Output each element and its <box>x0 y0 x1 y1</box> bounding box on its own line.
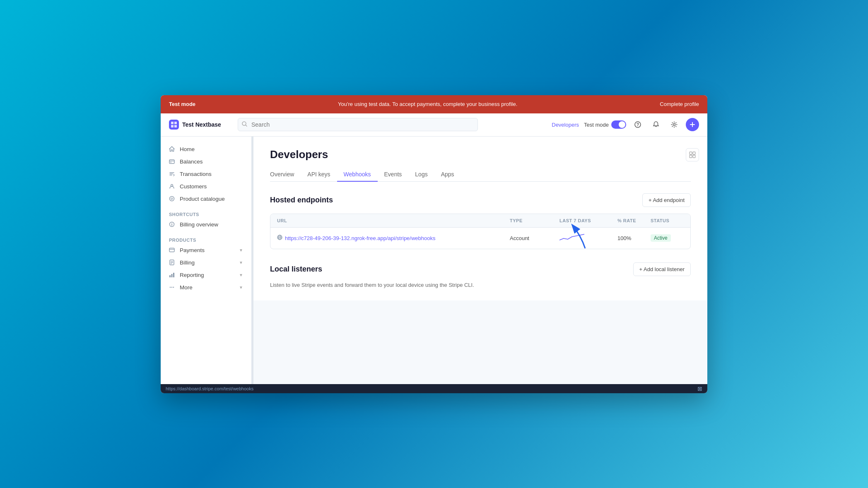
main-content: Developers Overview API keys Webhooks Ev… <box>253 137 707 301</box>
svg-point-29 <box>170 286 171 287</box>
svg-point-15 <box>170 196 174 201</box>
globe-icon <box>277 235 282 241</box>
sidebar-item-product-catalogue[interactable]: Product catalogue <box>161 193 251 205</box>
tab-logs[interactable]: Logs <box>408 168 434 182</box>
table-row[interactable]: https://c728-49-206-39-132.ngrok-free.ap… <box>270 228 690 249</box>
endpoint-type: Account <box>510 235 559 241</box>
sidebar-item-reporting[interactable]: Reporting ▼ <box>161 269 251 281</box>
topbar-right: Developers Test mode ? <box>552 118 699 131</box>
search-input[interactable] <box>238 118 478 131</box>
main-layout: Home Balances <box>161 137 707 384</box>
app-logo[interactable]: Test Nextbase <box>169 120 231 130</box>
sidebar-item-billing-overview[interactable]: Billing overview <box>161 219 251 231</box>
table-header: URL TYPE LAST 7 DAYS % RATE STATUS <box>270 214 690 228</box>
test-mode-label: Test mode <box>169 101 195 107</box>
status-badge: Active <box>651 234 671 242</box>
test-mode-toggle-group: Test mode <box>584 120 626 129</box>
sidebar-item-balances[interactable]: Balances <box>161 156 251 168</box>
col-last7days: LAST 7 DAYS <box>559 218 617 223</box>
sidebar-item-balances-label: Balances <box>180 159 203 165</box>
tab-webhooks[interactable]: Webhooks <box>337 168 378 182</box>
payments-icon <box>169 247 176 254</box>
sidebar-shortcuts-section: Shortcuts Billing overview <box>161 209 251 231</box>
tab-events[interactable]: Events <box>378 168 409 182</box>
developers-nav-link[interactable]: Developers <box>552 122 579 128</box>
settings-button[interactable] <box>668 118 681 131</box>
add-local-listener-button[interactable]: + Add local listener <box>633 262 691 276</box>
test-mode-toggle[interactable] <box>611 120 626 129</box>
svg-rect-37 <box>690 152 692 154</box>
search-bar[interactable] <box>238 118 478 131</box>
col-status: STATUS <box>651 218 684 223</box>
col-url: URL <box>277 218 510 223</box>
svg-rect-27 <box>171 274 173 277</box>
sidebar-item-more[interactable]: More ▼ <box>161 281 251 294</box>
svg-rect-0 <box>171 122 174 124</box>
endpoint-status: Active <box>651 234 684 242</box>
hosted-endpoints-header: Hosted endpoints + Add endpoint <box>270 193 691 207</box>
sidebar-item-billing-label: Billing <box>180 260 195 266</box>
sidebar: Home Balances <box>161 137 252 384</box>
grid-view-button[interactable] <box>686 148 699 161</box>
sidebar-item-billing[interactable]: Billing ▼ <box>161 257 251 269</box>
balances-icon <box>169 159 176 165</box>
notifications-button[interactable] <box>649 118 663 131</box>
svg-rect-39 <box>690 155 692 158</box>
reporting-chevron-icon: ▼ <box>239 273 243 277</box>
tabs-bar: Overview API keys Webhooks Events Logs A… <box>270 168 691 182</box>
local-listeners-description: Listen to live Stripe events and forward… <box>270 281 691 289</box>
billing-chevron-icon: ▼ <box>239 260 243 265</box>
sidebar-nav-section: Home Balances <box>161 143 251 205</box>
sidebar-item-customers[interactable]: Customers <box>161 180 251 193</box>
sidebar-item-home[interactable]: Home <box>161 143 251 156</box>
svg-rect-11 <box>169 160 174 163</box>
banner-center-text: You're using test data. To accept paymen… <box>195 101 660 107</box>
complete-profile-link[interactable]: Complete profile <box>660 101 699 107</box>
local-listeners-header: Local listeners + Add local listener <box>270 262 691 276</box>
local-listeners-title: Local listeners <box>270 265 322 274</box>
tab-api-keys[interactable]: API keys <box>301 168 337 182</box>
circle-info-icon <box>169 221 176 228</box>
sidebar-item-customers-label: Customers <box>180 183 207 190</box>
endpoint-sparkline <box>559 233 617 244</box>
page-title: Developers <box>270 148 691 161</box>
payments-chevron-icon: ▼ <box>239 248 243 252</box>
products-label: Products <box>161 234 251 244</box>
svg-point-16 <box>171 198 173 200</box>
app-name: Test Nextbase <box>182 121 221 128</box>
customers-icon <box>169 183 176 190</box>
svg-point-8 <box>673 124 675 126</box>
add-button[interactable] <box>686 118 699 131</box>
content-wrapper: Developers Overview API keys Webhooks Ev… <box>253 137 707 384</box>
tab-apps[interactable]: Apps <box>434 168 461 182</box>
sidebar-item-billing-overview-label: Billing overview <box>180 221 218 228</box>
test-mode-text: Test mode <box>584 122 609 128</box>
reporting-icon <box>169 272 176 279</box>
home-icon <box>169 146 176 153</box>
svg-rect-40 <box>693 155 695 158</box>
sidebar-item-transactions-label: Transactions <box>180 171 212 177</box>
sidebar-item-payments-label: Payments <box>180 247 205 253</box>
more-icon <box>169 284 176 291</box>
help-button[interactable]: ? <box>631 118 644 131</box>
sidebar-item-payments[interactable]: Payments ▼ <box>161 244 251 257</box>
test-mode-banner: Test mode You're using test data. To acc… <box>161 95 707 113</box>
topbar: Test Nextbase Developers Test mode ? <box>161 113 707 137</box>
svg-rect-28 <box>173 273 174 277</box>
svg-line-5 <box>246 125 247 126</box>
shortcuts-label: Shortcuts <box>161 209 251 219</box>
logo-icon <box>169 120 179 130</box>
sidebar-products-section: Products Payments ▼ <box>161 234 251 294</box>
sidebar-item-transactions[interactable]: Transactions <box>161 168 251 180</box>
transactions-icon <box>169 171 176 178</box>
svg-rect-20 <box>169 248 174 252</box>
status-bar: https://dashboard.stripe.com/test/webhoo… <box>161 384 707 393</box>
endpoint-url: https://c728-49-206-39-132.ngrok-free.ap… <box>277 235 510 241</box>
col-rate: % RATE <box>617 218 651 223</box>
close-status-bar-button[interactable]: ⊠ <box>697 385 702 392</box>
col-type: TYPE <box>510 218 559 223</box>
tab-overview[interactable]: Overview <box>270 168 301 182</box>
sidebar-item-product-catalogue-label: Product catalogue <box>180 196 225 202</box>
svg-rect-3 <box>174 125 177 127</box>
add-endpoint-button[interactable]: + Add endpoint <box>642 193 691 207</box>
